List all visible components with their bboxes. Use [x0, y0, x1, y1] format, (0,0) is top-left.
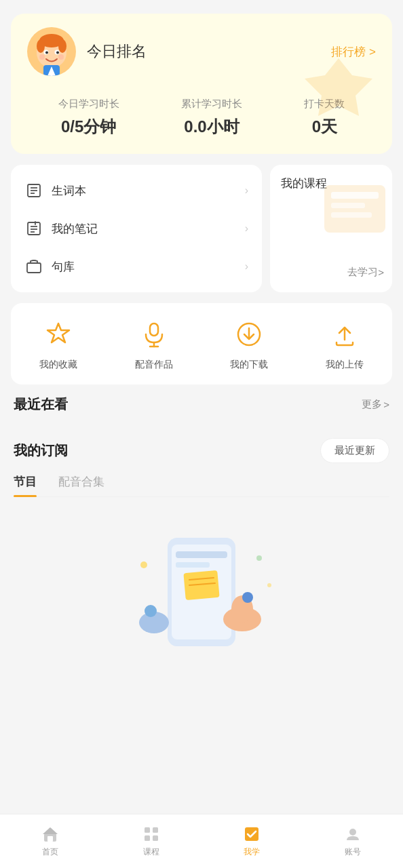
- home-icon: [41, 825, 60, 844]
- stat-total-value: 0.0小时: [181, 116, 242, 138]
- svg-point-6: [45, 52, 48, 54]
- nav-account-label: 账号: [345, 846, 361, 858]
- upload-icon: [327, 317, 362, 352]
- svg-rect-49: [145, 827, 150, 833]
- course-go-button[interactable]: 去学习 >: [347, 266, 384, 279]
- subscription-section: 我的订阅 最近更新 节目 配音合集: [0, 438, 403, 728]
- top-stats-card: 今日排名 排行榜 > 今日学习时长 0/5分钟 累计学习时长 0.0小时 打卡天…: [11, 14, 392, 154]
- nav-home-label: 首页: [42, 846, 58, 858]
- recent-section-header: 最近在看 更多 >: [14, 395, 389, 414]
- tools-list-card: 生词本 › 我的笔记 › 句库: [11, 165, 262, 292]
- course-go-label: 去学习: [347, 266, 378, 279]
- stat-total-study: 累计学习时长 0.0小时: [181, 98, 242, 138]
- vocab-book-item[interactable]: 生词本 ›: [11, 172, 262, 210]
- subscription-title: 我的订阅: [14, 441, 68, 460]
- nav-courses-label: 课程: [143, 846, 159, 858]
- sentence-bank-icon: [24, 257, 43, 276]
- svg-point-43: [140, 561, 147, 568]
- nav-study[interactable]: 我学: [202, 825, 303, 858]
- svg-point-40: [242, 592, 253, 603]
- my-course-card[interactable]: 我的课程 去学习 >: [270, 165, 392, 292]
- my-notes-item[interactable]: 我的笔记 ›: [11, 210, 262, 248]
- sentence-bank-label: 句库: [52, 259, 245, 275]
- my-uploads-label: 我的上传: [326, 359, 364, 371]
- stat-today-value: 0/5分钟: [58, 116, 119, 138]
- recent-update-button[interactable]: 最近更新: [320, 438, 389, 463]
- mic-icon: [136, 317, 172, 352]
- notes-icon: [24, 219, 43, 238]
- sentence-bank-item[interactable]: 句库 ›: [11, 248, 262, 285]
- svg-rect-20: [27, 263, 41, 273]
- svg-point-9: [58, 54, 64, 60]
- svg-point-7: [56, 52, 59, 54]
- svg-rect-52: [153, 835, 158, 841]
- course-go-arrow: >: [378, 267, 384, 278]
- bottom-nav: 首页 课程 我学 账号: [0, 814, 403, 868]
- empty-state: [0, 497, 403, 728]
- quick-actions-card: 我的收藏 配音作品 我的下载: [11, 303, 392, 384]
- study-icon: [242, 825, 261, 844]
- avatar[interactable]: [27, 27, 76, 76]
- today-rank-label: 今日排名: [87, 41, 147, 62]
- star-icon: [41, 317, 76, 352]
- dubbing-works-button[interactable]: 配音作品: [135, 317, 173, 371]
- nav-account[interactable]: 账号: [303, 825, 404, 858]
- nav-courses[interactable]: 课程: [101, 825, 202, 858]
- svg-rect-16: [28, 222, 40, 235]
- stat-today-label: 今日学习时长: [58, 98, 119, 111]
- svg-rect-51: [145, 835, 150, 841]
- stat-today-study: 今日学习时长 0/5分钟: [58, 98, 119, 138]
- svg-point-44: [256, 555, 262, 561]
- empty-illustration: [113, 524, 290, 660]
- my-downloads-label: 我的下载: [230, 359, 268, 371]
- my-uploads-button[interactable]: 我的上传: [326, 317, 364, 371]
- nav-study-label: 我学: [244, 846, 260, 858]
- my-notes-label: 我的笔记: [52, 221, 245, 237]
- account-icon: [343, 825, 362, 844]
- svg-marker-47: [43, 827, 58, 834]
- vocab-book-icon: [24, 181, 43, 200]
- my-favorites-label: 我的收藏: [39, 359, 77, 371]
- recent-title: 最近在看: [14, 395, 68, 414]
- svg-point-42: [145, 605, 157, 617]
- middle-cards-row: 生词本 › 我的笔记 › 句库: [11, 165, 392, 292]
- svg-rect-48: [47, 836, 53, 842]
- tab-programs[interactable]: 节目: [14, 474, 37, 496]
- courses-icon: [142, 825, 161, 844]
- my-favorites-button[interactable]: 我的收藏: [39, 317, 77, 371]
- recent-more-button[interactable]: 更多 >: [362, 398, 389, 411]
- dubbing-works-label: 配音作品: [135, 359, 173, 371]
- subscription-tabs: 节目 配音合集: [14, 474, 389, 497]
- my-downloads-button[interactable]: 我的下载: [230, 317, 268, 371]
- svg-point-54: [349, 829, 356, 835]
- svg-rect-25: [150, 323, 158, 336]
- section-divider-1: [0, 422, 403, 427]
- svg-point-8: [39, 54, 45, 60]
- nav-home[interactable]: 首页: [0, 825, 101, 858]
- svg-point-3: [58, 39, 66, 53]
- download-icon: [231, 317, 267, 352]
- svg-point-2: [37, 39, 45, 53]
- subscription-header: 我的订阅 最近更新: [14, 438, 389, 463]
- svg-rect-33: [176, 551, 227, 558]
- tab-dubbing-collections[interactable]: 配音合集: [58, 474, 104, 496]
- svg-rect-50: [153, 827, 158, 833]
- svg-rect-22: [331, 192, 379, 199]
- vocab-book-label: 生词本: [52, 183, 245, 199]
- stat-total-label: 累计学习时长: [181, 98, 242, 111]
- svg-point-45: [267, 583, 271, 587]
- ranking-badge-decoration: [301, 52, 376, 129]
- svg-rect-23: [331, 203, 365, 208]
- svg-rect-24: [331, 212, 372, 218]
- course-card-decoration: [318, 178, 392, 249]
- svg-rect-34: [176, 562, 210, 568]
